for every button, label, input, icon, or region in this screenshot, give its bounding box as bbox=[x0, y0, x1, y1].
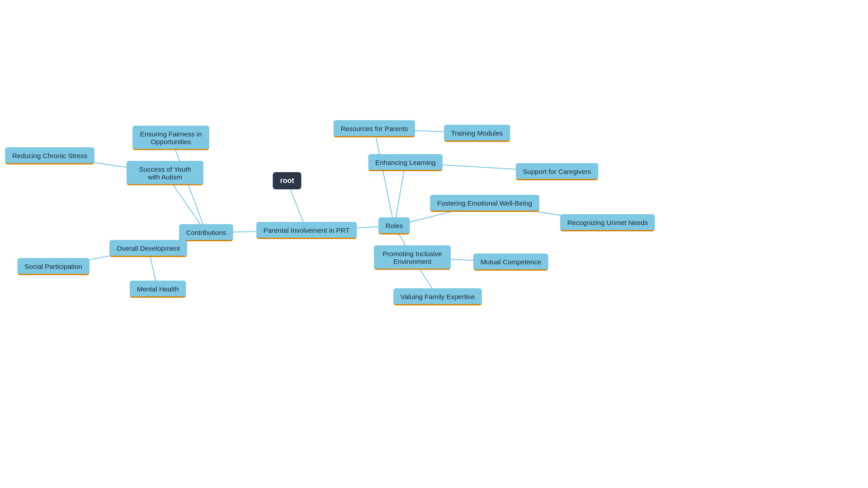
node-social-participation[interactable]: Social Participation bbox=[17, 258, 90, 275]
svg-line-9 bbox=[374, 129, 394, 226]
node-training-modules[interactable]: Training Modules bbox=[444, 125, 510, 142]
node-overall-development[interactable]: Overall Development bbox=[109, 240, 187, 257]
node-mutual-competence[interactable]: Mutual Competence bbox=[473, 253, 548, 271]
svg-line-10 bbox=[394, 163, 406, 226]
node-reducing-stress[interactable]: Reducing Chronic Stress bbox=[5, 147, 94, 164]
mind-map-canvas: rootParental Involvement in PRTContribut… bbox=[0, 0, 868, 488]
node-support-caregivers[interactable]: Support for Caregivers bbox=[516, 163, 599, 180]
node-root[interactable]: root bbox=[273, 172, 301, 189]
node-parental-involvement[interactable]: Parental Involvement in PRT bbox=[256, 222, 357, 239]
node-mental-health[interactable]: Mental Health bbox=[130, 281, 186, 298]
node-success-youth[interactable]: Success of Youth with Autism bbox=[127, 161, 203, 186]
node-recognizing-unmet[interactable]: Recognizing Unmet Needs bbox=[560, 214, 655, 231]
node-ensuring-fairness[interactable]: Ensuring Fairness in Opportunities bbox=[132, 126, 209, 150]
node-enhancing-learning[interactable]: Enhancing Learning bbox=[368, 154, 443, 171]
node-valuing-family[interactable]: Valuing Family Expertise bbox=[393, 288, 482, 305]
node-promoting-inclusive[interactable]: Promoting Inclusive Environment bbox=[374, 245, 451, 270]
node-resources-parents[interactable]: Resources for Parents bbox=[333, 120, 415, 137]
node-fostering-emotional[interactable]: Fostering Emotional Well-Being bbox=[430, 195, 539, 212]
node-contributions[interactable]: Contributions bbox=[179, 224, 233, 241]
node-roles[interactable]: Roles bbox=[378, 217, 410, 235]
